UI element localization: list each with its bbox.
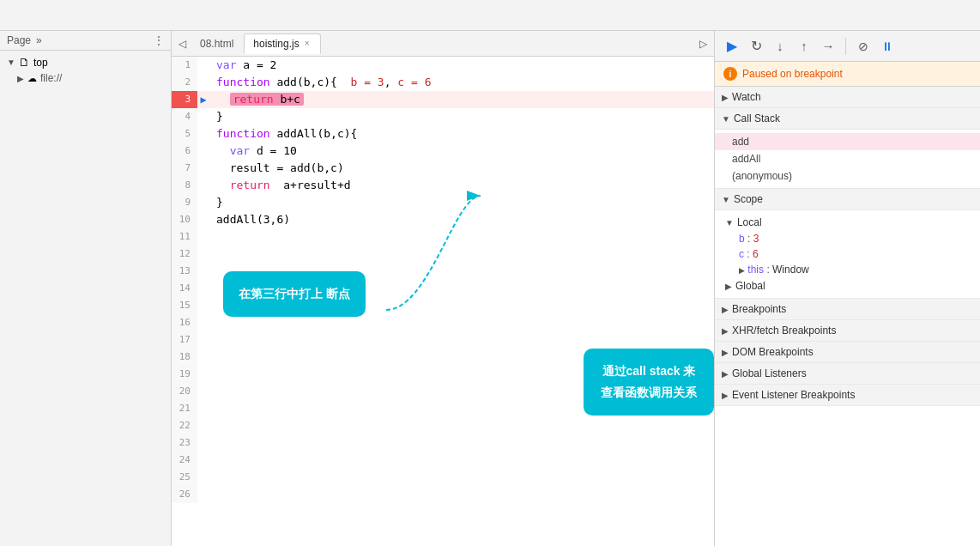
- folder-icon: 🗋: [19, 56, 30, 69]
- section-watch[interactable]: ▶ Watch: [715, 87, 980, 108]
- gl-triangle: ▶: [722, 369, 729, 379]
- step-into-icon[interactable]: ↓: [770, 36, 790, 57]
- code-line-9: 9}: [172, 194, 714, 211]
- line-number-23: 23: [172, 434, 197, 452]
- var-b-val: 3: [753, 233, 759, 245]
- top-label: top: [33, 57, 48, 69]
- tab-close-icon[interactable]: ×: [303, 39, 312, 48]
- line-number-17: 17: [172, 331, 197, 349]
- line-content-3: return b+c: [209, 91, 714, 108]
- status-text: Paused on breakpoint: [742, 68, 843, 80]
- sidebar-header: Page » ⋮: [0, 31, 171, 51]
- line-number-21: 21: [172, 400, 197, 417]
- line-number-24: 24: [172, 452, 197, 469]
- var-c-colon: :: [747, 248, 753, 260]
- global-triangle: ▶: [725, 282, 732, 291]
- line-number-8: 8: [172, 177, 197, 194]
- section-global-listeners[interactable]: ▶ Global Listeners: [715, 363, 980, 385]
- section-breakpoints[interactable]: ▶ Breakpoints: [715, 299, 980, 320]
- call-stack-label: Call Stack: [734, 112, 780, 124]
- step-over-icon[interactable]: ↻: [746, 36, 766, 57]
- section-dom[interactable]: ▶ DOM Breakpoints: [715, 342, 980, 363]
- status-icon: i: [723, 67, 737, 81]
- step-icon[interactable]: →: [818, 36, 838, 57]
- section-event-listeners[interactable]: ▶ Event Listener Breakpoints: [715, 385, 980, 406]
- code-line-22: 22: [172, 417, 714, 434]
- tab-08html-label: 08.html: [200, 38, 233, 50]
- line-number-18: 18: [172, 349, 197, 366]
- deactivate-icon[interactable]: ⊘: [853, 36, 874, 57]
- separator1: [845, 38, 846, 55]
- resume-icon[interactable]: ▶: [722, 36, 742, 57]
- var-b-colon: :: [747, 233, 753, 245]
- line-number-25: 25: [172, 469, 197, 486]
- call-stack-item-1[interactable]: addAll: [715, 150, 980, 167]
- line-content-10: addAll(3,6): [209, 211, 714, 228]
- triangle-icon: ▼: [7, 58, 15, 67]
- pause-icon[interactable]: ⏸: [877, 36, 898, 57]
- line-content-5: function addAll(b,c){: [209, 125, 714, 143]
- cloud-icon: ☁: [27, 73, 37, 84]
- line-number-15: 15: [172, 297, 197, 314]
- this-label: this: [747, 264, 764, 276]
- breakpoint-status: i Paused on breakpoint: [715, 62, 980, 87]
- this-triangle: ▶: [739, 266, 745, 275]
- code-line-8: 8 return a+result+d: [172, 177, 714, 194]
- section-call-stack[interactable]: ▼ Call Stack: [715, 108, 980, 130]
- section-xhr[interactable]: ▶ XHR/fetch Breakpoints: [715, 320, 980, 342]
- scope-local[interactable]: ▼ Local: [715, 214, 980, 231]
- sidebar-content: ▼ 🗋 top ▶ ☁ file://: [0, 51, 171, 89]
- line-number-5: 5: [172, 125, 197, 143]
- code-line-7: 7 result = add(b,c): [172, 160, 714, 177]
- more-icon[interactable]: »: [36, 34, 42, 46]
- annotation-center: 通过call stack 来 查看函数调用关系: [584, 349, 714, 416]
- scope-global[interactable]: ▶ Global: [715, 277, 980, 294]
- section-scope[interactable]: ▼ Scope: [715, 189, 980, 210]
- line-content-7: result = add(b,c): [209, 160, 714, 177]
- code-line-23: 23: [172, 434, 714, 452]
- global-label: Global: [735, 280, 765, 292]
- dom-triangle: ▶: [722, 348, 729, 357]
- line-content-4: }: [209, 108, 714, 125]
- options-icon[interactable]: ⋮: [154, 34, 164, 46]
- scope-this: ▶ this : Window: [715, 262, 980, 277]
- tab-08html[interactable]: 08.html: [191, 34, 242, 53]
- current-arrow-3: ▶: [197, 91, 209, 108]
- triangle-icon-file: ▶: [17, 74, 24, 83]
- sidebar-item-top[interactable]: ▼ 🗋 top: [0, 54, 171, 70]
- watch-label: Watch: [732, 91, 761, 103]
- line-number-26: 26: [172, 486, 197, 503]
- line-number-14: 14: [172, 280, 197, 297]
- tab-hoistingjs[interactable]: hoisting.js ×: [244, 33, 320, 54]
- code-line-17: 17: [172, 331, 714, 349]
- line-number-20: 20: [172, 383, 197, 400]
- call-stack-item-2[interactable]: (anonymous): [715, 167, 980, 185]
- call-stack-item-0[interactable]: add: [715, 133, 980, 150]
- step-out-icon[interactable]: ↑: [794, 36, 814, 57]
- code-line-1: 1var a = 2: [172, 57, 714, 74]
- var-b-name: b: [739, 233, 745, 245]
- nav-left-icon[interactable]: ◁: [175, 38, 190, 50]
- bp-label: Breakpoints: [732, 303, 786, 315]
- line-number-9: 9: [172, 194, 197, 211]
- line-number-12: 12: [172, 246, 197, 263]
- line-number-2: 2: [172, 74, 197, 91]
- dom-label: DOM Breakpoints: [732, 346, 814, 358]
- page-tab[interactable]: Page: [7, 34, 31, 46]
- code-line-26: 26: [172, 486, 714, 503]
- nav-right-icon[interactable]: ▷: [696, 38, 711, 50]
- code-line-6: 6 var d = 10: [172, 143, 714, 160]
- sidebar-item-file[interactable]: ▶ ☁ file://: [0, 70, 171, 86]
- line-number-11: 11: [172, 228, 197, 246]
- line-number-22: 22: [172, 417, 197, 434]
- line-number-19: 19: [172, 366, 197, 383]
- right-panel: ▶ ↻ ↓ ↑ → ⊘ ⏸ i Paused on breakpoint: [714, 31, 980, 546]
- call-stack-content: addaddAll(anonymous): [715, 130, 980, 189]
- line-number-1: 1: [172, 57, 197, 74]
- editor-content[interactable]: 1var a = 22function add(b,c){ b = 3, c =…: [172, 57, 714, 546]
- xhr-triangle: ▶: [722, 326, 729, 336]
- right-sections[interactable]: ▶ Watch ▼ Call Stack addaddAll(anonymous…: [715, 87, 980, 546]
- file-label: file://: [40, 72, 62, 84]
- line-content-8: return a+result+d: [209, 177, 714, 194]
- scope-triangle: ▼: [722, 195, 730, 204]
